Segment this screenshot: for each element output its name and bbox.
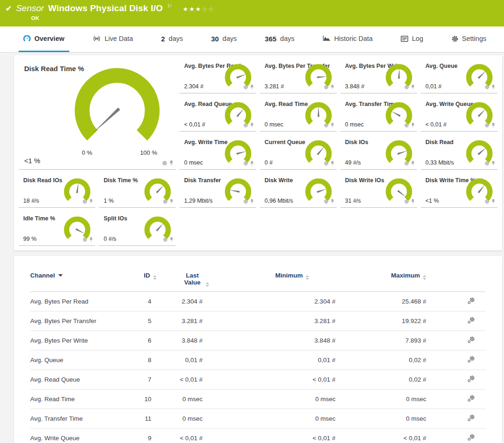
channel-maximum: 0 msec — [361, 390, 456, 409]
pin-icon[interactable] — [170, 198, 173, 206]
channel-settings-gears-icon[interactable] — [467, 397, 475, 403]
pin-icon[interactable] — [491, 198, 495, 206]
gear-icon[interactable] — [324, 121, 329, 130]
gear-icon[interactable] — [484, 159, 490, 168]
pin-icon[interactable] — [250, 83, 254, 92]
star-filled-icon[interactable]: ★ — [189, 6, 196, 13]
pin-icon[interactable] — [491, 121, 495, 130]
gear-icon[interactable] — [404, 159, 409, 168]
column-header-minimum[interactable]: Minimum — [224, 266, 361, 292]
gauge-value: 3.281 # — [265, 83, 284, 90]
gear-icon[interactable] — [324, 83, 329, 92]
column-header-id[interactable]: ID — [133, 266, 167, 292]
gear-icon[interactable] — [243, 198, 248, 206]
gauge-value: 0 msec — [345, 121, 364, 128]
gear-icon[interactable] — [484, 83, 490, 92]
channel-settings-gears-icon[interactable] — [467, 377, 475, 384]
gear-icon[interactable] — [82, 236, 87, 244]
gear-icon[interactable] — [484, 121, 490, 130]
star-filled-icon[interactable]: ★ — [183, 6, 189, 13]
gauge-needle — [391, 110, 400, 117]
tab-overview[interactable]: Overview — [19, 26, 69, 52]
gear-icon[interactable] — [243, 83, 248, 92]
tab-live-data[interactable]: Live Data — [88, 26, 138, 52]
star-empty-icon[interactable]: ☆ — [202, 6, 208, 13]
pin-icon[interactable] — [411, 198, 415, 206]
pin-icon[interactable] — [331, 121, 334, 130]
tab-days[interactable]: 365 days — [260, 26, 299, 52]
channel-name[interactable]: Avg. Write Queue — [30, 429, 133, 443]
channel-settings-gears-icon[interactable] — [467, 436, 475, 443]
channel-last-value: 3.281 # — [168, 311, 224, 331]
channel-last-value: 2.304 # — [168, 292, 224, 311]
gear-icon[interactable] — [484, 198, 490, 206]
tab-log[interactable]: Log — [396, 26, 428, 52]
channel-maximum: 0,02 # — [361, 350, 456, 370]
channel-name[interactable]: Avg. Queue — [30, 350, 133, 370]
channel-name[interactable]: Avg. Read Queue — [30, 370, 133, 390]
pin-icon[interactable] — [411, 121, 415, 130]
gear-icon[interactable] — [162, 159, 167, 168]
gear-icon[interactable] — [243, 159, 248, 168]
pin-icon[interactable] — [250, 198, 254, 206]
channel-id: 7 — [133, 370, 167, 390]
channel-settings-gears-icon[interactable] — [467, 299, 475, 306]
gauge-needle — [75, 228, 85, 235]
channel-name[interactable]: Avg. Bytes Per Transfer — [30, 311, 133, 331]
pin-icon[interactable] — [411, 159, 415, 168]
channel-settings-gears-icon[interactable] — [467, 338, 475, 345]
tab-days[interactable]: 2 days — [157, 26, 188, 52]
column-header-channel[interactable]: Channel — [30, 266, 133, 292]
gear-icon[interactable] — [324, 159, 329, 168]
pin-icon[interactable] — [411, 83, 415, 92]
pin-icon[interactable] — [169, 159, 173, 168]
pin-icon[interactable] — [331, 198, 334, 206]
gauge-tile: Idle Time % 99 % — [19, 212, 95, 246]
table-row: Avg. Read Queue 7 < 0,01 # < 0,01 # 0,02… — [30, 370, 486, 390]
pin-icon[interactable] — [250, 121, 254, 130]
gear-icon[interactable] — [82, 198, 87, 206]
channel-name[interactable]: Avg. Bytes Per Read — [30, 292, 133, 311]
pin-icon[interactable] — [491, 83, 495, 92]
tab-settings[interactable]: Settings — [447, 26, 491, 52]
pin-icon[interactable] — [331, 83, 334, 92]
rating-stars[interactable]: ★★★☆☆ — [183, 6, 214, 13]
pin-icon[interactable] — [491, 159, 495, 168]
star-empty-icon[interactable]: ☆ — [208, 6, 215, 13]
channel-settings-gears-icon[interactable] — [467, 357, 475, 364]
pin-icon[interactable] — [89, 236, 93, 244]
channel-settings-gears-icon[interactable] — [467, 416, 475, 423]
table-row: Avg. Bytes Per Read 4 2.304 # 2.304 # 25… — [30, 292, 486, 311]
gear-icon[interactable] — [404, 83, 409, 92]
pin-icon[interactable] — [250, 159, 254, 168]
gear-icon — [451, 35, 458, 42]
channel-name[interactable]: Avg. Bytes Per Write — [30, 331, 133, 350]
channel-settings-gears-icon[interactable] — [467, 318, 475, 325]
channel-minimum: < 0,01 # — [224, 429, 361, 443]
channel-last-value: 3.848 # — [168, 331, 224, 350]
gear-icon[interactable] — [404, 198, 409, 206]
gear-icon[interactable] — [404, 121, 409, 130]
column-header-maximum[interactable]: Maximum — [361, 266, 456, 292]
column-header-last-value[interactable]: Last Value — [168, 266, 224, 292]
pin-icon[interactable] — [170, 236, 173, 244]
channel-table-card: Channel ID Last Value Minimum Maximum Av… — [14, 256, 502, 443]
star-filled-icon[interactable]: ★ — [195, 6, 202, 13]
gauge-needle — [229, 189, 240, 193]
tab-historic-data[interactable]: Historic Data — [318, 26, 378, 52]
gauge-title: Disk Transfer — [184, 177, 221, 184]
broadcast-icon — [93, 35, 101, 42]
flag-icon[interactable]: ⚐ — [167, 3, 172, 9]
gear-icon[interactable] — [163, 236, 168, 244]
channel-name[interactable]: Avg. Read Time — [30, 390, 133, 409]
pin-icon[interactable] — [331, 159, 334, 168]
gear-icon[interactable] — [243, 121, 248, 130]
sensor-title: Windows Physical Disk I/O — [48, 3, 163, 13]
gear-icon[interactable] — [324, 198, 329, 206]
tab-days[interactable]: 30 days — [206, 26, 241, 52]
gauge-value: 31 #/s — [345, 198, 361, 204]
pin-icon[interactable] — [89, 198, 93, 206]
gear-icon[interactable] — [163, 198, 168, 206]
table-row: Avg. Transfer Time 11 0 msec 0 msec 0 ms… — [30, 409, 486, 429]
channel-name[interactable]: Avg. Transfer Time — [30, 409, 133, 429]
